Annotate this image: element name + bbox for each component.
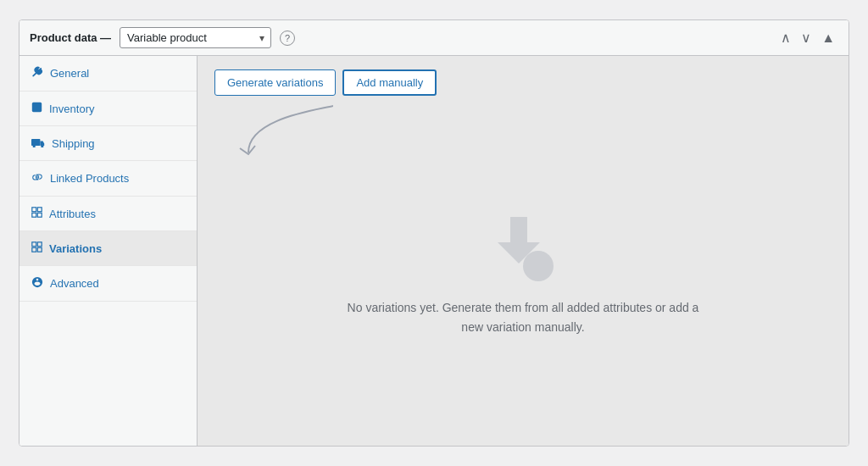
toggle-button[interactable]: ▲ [818,30,838,47]
svg-rect-11 [37,247,42,252]
sidebar: General Inventory Shipping Linked Produc… [19,56,198,446]
empty-state-message: No variations yet. Generate them from al… [345,298,701,336]
empty-illustration [481,208,565,285]
svg-rect-9 [37,242,42,247]
variations-main-content: Generate variations Add manually No vari… [198,56,849,446]
svg-rect-7 [37,213,42,217]
generate-variations-button[interactable]: Generate variations [214,69,336,96]
shipping-icon [31,136,45,150]
product-type-select[interactable]: Variable product Simple product Grouped … [120,27,271,48]
svg-rect-4 [32,208,36,212]
svg-rect-0 [32,103,42,112]
attributes-icon [31,207,42,220]
variations-label: Variations [49,242,102,255]
panel-header: Product data — Variable product Simple p… [19,20,849,56]
link-icon [31,171,43,186]
sidebar-item-shipping[interactable]: Shipping [19,126,197,161]
sidebar-item-linked-products[interactable]: Linked Products [19,161,197,197]
svg-rect-6 [32,213,36,217]
product-data-panel: Product data — Variable product Simple p… [19,19,849,447]
wrench-icon [31,66,43,80]
product-type-wrapper[interactable]: Variable product Simple product Grouped … [120,27,271,48]
sidebar-item-inventory[interactable]: Inventory [19,92,197,126]
panel-body: General Inventory Shipping Linked Produc… [19,56,849,446]
inventory-icon [31,102,42,115]
sidebar-item-advanced[interactable]: Advanced [19,266,197,302]
svg-rect-10 [32,247,36,252]
help-icon[interactable]: ? [280,31,295,46]
advanced-label: Advanced [50,277,99,290]
collapse-up-button[interactable]: ∧ [777,30,794,47]
add-manually-button[interactable]: Add manually [342,69,437,96]
svg-rect-1 [31,139,40,146]
advanced-icon [31,276,43,291]
shipping-label: Shipping [52,137,95,150]
svg-rect-5 [37,208,42,212]
svg-point-13 [523,251,554,281]
collapse-down-button[interactable]: ∨ [798,30,815,47]
sidebar-item-variations[interactable]: Variations [19,231,197,266]
sidebar-item-general[interactable]: General [19,56,197,92]
inventory-label: Inventory [49,103,94,115]
linked-products-label: Linked Products [50,172,129,185]
actions-row: Generate variations Add manually [214,69,437,96]
panel-title: Product data — [30,31,111,44]
curved-arrow-illustration [223,102,333,161]
sidebar-item-attributes[interactable]: Attributes [19,197,197,231]
svg-rect-8 [32,242,36,247]
attributes-label: Attributes [49,208,96,220]
panel-controls: ∧ ∨ ▲ [777,30,838,47]
variations-icon [31,241,42,255]
general-label: General [50,67,89,80]
